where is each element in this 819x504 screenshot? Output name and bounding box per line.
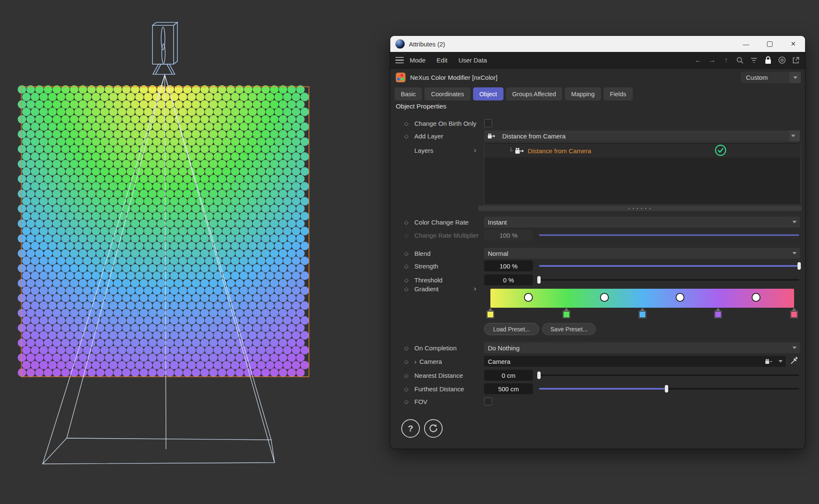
on-completion-value: Do Nothing [484, 344, 792, 352]
preset-value: Custom [741, 74, 789, 81]
menu-item-edit[interactable]: Edit [437, 57, 448, 64]
save-preset-button[interactable]: Save Preset... [542, 323, 596, 335]
load-preset-button[interactable]: Load Preset... [484, 323, 539, 335]
gradient-stop-knot[interactable] [790, 308, 798, 318]
layers-list[interactable]: └ Distance from Camera [484, 142, 801, 205]
menu-item-user-data[interactable]: User Data [458, 57, 487, 64]
nearest-distance-slider[interactable] [539, 370, 799, 381]
tab-object[interactable]: Object [473, 87, 503, 100]
chevron-down-icon [792, 221, 797, 223]
furthest-distance-field[interactable]: 500 cm [484, 383, 533, 394]
keyframe-diamond-icon[interactable]: ◇ [404, 399, 408, 404]
popout-icon[interactable] [792, 56, 800, 65]
chevron-down-icon [792, 347, 797, 349]
change-on-birth-checkbox[interactable] [484, 119, 492, 127]
furthest-distance-slider[interactable] [539, 383, 799, 394]
menu-item-mode[interactable]: Mode [410, 57, 426, 64]
furthest-distance-label: Furthest Distance [414, 385, 464, 393]
keyframe-diamond-icon[interactable]: ◇ [404, 251, 408, 256]
keyframe-diamond-icon[interactable]: ◇ [404, 345, 408, 351]
tab-bar: BasicCoordinatesObjectGroups AffectedMap… [395, 87, 801, 101]
gradient-stop-knot[interactable] [487, 308, 494, 318]
keyframe-diamond-icon[interactable]: ◇ [404, 286, 408, 292]
tab-mapping[interactable]: Mapping [565, 87, 601, 100]
strength-field[interactable]: 100 % [484, 260, 533, 271]
gradient-midpoint-knot[interactable] [524, 293, 533, 301]
search-icon[interactable] [736, 56, 744, 65]
close-button[interactable]: ✕ [781, 36, 805, 52]
gradient-stop-knot[interactable] [639, 308, 646, 318]
gradient-bar[interactable] [490, 289, 794, 308]
menu-bar: ModeEditUser Data ← → ↑ [390, 52, 805, 69]
gradient-stop-knot[interactable] [563, 308, 570, 318]
add-layer-label: Add Layer [414, 133, 443, 140]
keyframe-diamond-icon[interactable]: ◇ [404, 263, 408, 269]
chevron-right-icon[interactable]: › [474, 146, 476, 154]
back-arrow-icon[interactable]: ← [694, 56, 702, 65]
tab-basic[interactable]: Basic [395, 87, 422, 100]
on-completion-label: On Completion [414, 344, 457, 352]
help-button[interactable]: ? [401, 419, 420, 438]
slider-handle[interactable] [537, 371, 541, 379]
window-titlebar[interactable]: Attributes (2) — ✕ [390, 36, 805, 52]
color-change-rate-label: Color Change Rate [414, 219, 468, 226]
on-completion-dropdown[interactable]: Do Nothing [484, 342, 800, 353]
filter-icon[interactable] [750, 56, 758, 65]
tab-coordinates[interactable]: Coordinates [424, 87, 470, 100]
add-layer-dropdown[interactable]: Distance from Camera [484, 130, 800, 141]
object-header: NeXus Color Modifier [nxColor] Custom [390, 68, 805, 86]
camera-icon [765, 359, 773, 364]
gradient-midpoint-knot[interactable] [676, 293, 685, 301]
chevron-right-icon[interactable]: › [414, 358, 416, 365]
keyframe-diamond-icon[interactable]: ◇ [404, 359, 408, 364]
gradient-stop-knot[interactable] [714, 308, 722, 318]
layers-resize-handle[interactable]: ······ [478, 206, 802, 211]
eyedropper-icon[interactable] [790, 356, 799, 367]
keyframe-diamond-icon[interactable]: ◇ [404, 386, 408, 392]
layers-label: Layers [414, 147, 433, 154]
change-rate-multiplier-field: 100 % [484, 230, 533, 241]
camera-link-field[interactable]: Camera [484, 356, 786, 367]
focus-icon[interactable] [778, 56, 786, 65]
layer-item[interactable]: └ Distance from Camera [484, 144, 800, 157]
strength-slider[interactable] [539, 260, 799, 271]
keyframe-diamond-icon[interactable]: ◇ [404, 133, 408, 139]
gradient-midpoint-knot[interactable] [752, 293, 761, 301]
up-arrow-icon[interactable]: ↑ [722, 56, 730, 65]
preset-dropdown[interactable]: Custom [741, 72, 801, 83]
cinema4d-logo-icon [395, 39, 405, 49]
layer-enabled-check-icon[interactable] [714, 144, 727, 157]
keyframe-diamond-icon[interactable]: ◇ [404, 373, 408, 378]
attributes-window: Attributes (2) — ✕ ModeEditUser Data ← →… [390, 36, 805, 449]
keyframe-diamond-icon[interactable]: ◇ [404, 219, 408, 225]
fov-checkbox[interactable] [484, 398, 492, 406]
reset-button[interactable] [424, 419, 443, 438]
row-camera: ◇ ›Camera Camera [390, 355, 805, 368]
camera-object[interactable] [152, 22, 177, 74]
tab-fields[interactable]: Fields [604, 87, 633, 100]
gradient-midpoint-knot[interactable] [600, 293, 609, 301]
blend-dropdown[interactable]: Normal [484, 248, 800, 259]
maximize-icon [767, 41, 773, 47]
camera-icon [515, 148, 524, 154]
hamburger-menu-icon[interactable] [395, 57, 404, 64]
forward-arrow-icon[interactable]: → [708, 56, 716, 65]
lock-icon[interactable] [764, 56, 772, 65]
row-add-layer: ◇ Add Layer Distance from Camera [390, 130, 805, 142]
color-change-rate-dropdown[interactable]: Instant [484, 217, 800, 228]
camera-label: ›Camera [414, 358, 442, 365]
keyframe-diamond-icon[interactable]: ◇ [404, 121, 408, 126]
preset-dropdown-arrow[interactable] [789, 72, 801, 83]
window-title: Attributes (2) [409, 41, 445, 48]
tab-groups-affected[interactable]: Groups Affected [506, 87, 563, 100]
add-layer-dropdown-arrow[interactable] [789, 130, 800, 141]
chevron-right-icon[interactable]: › [474, 285, 476, 293]
nearest-distance-field[interactable]: 0 cm [484, 370, 533, 381]
chevron-down-icon[interactable] [778, 360, 783, 363]
keyframe-diamond-icon[interactable]: ◇ [404, 277, 408, 283]
section-divider [390, 244, 805, 244]
slider-handle[interactable] [797, 262, 801, 270]
slider-handle[interactable] [665, 385, 668, 393]
minimize-button[interactable]: — [734, 36, 758, 52]
maximize-button[interactable] [758, 36, 781, 52]
